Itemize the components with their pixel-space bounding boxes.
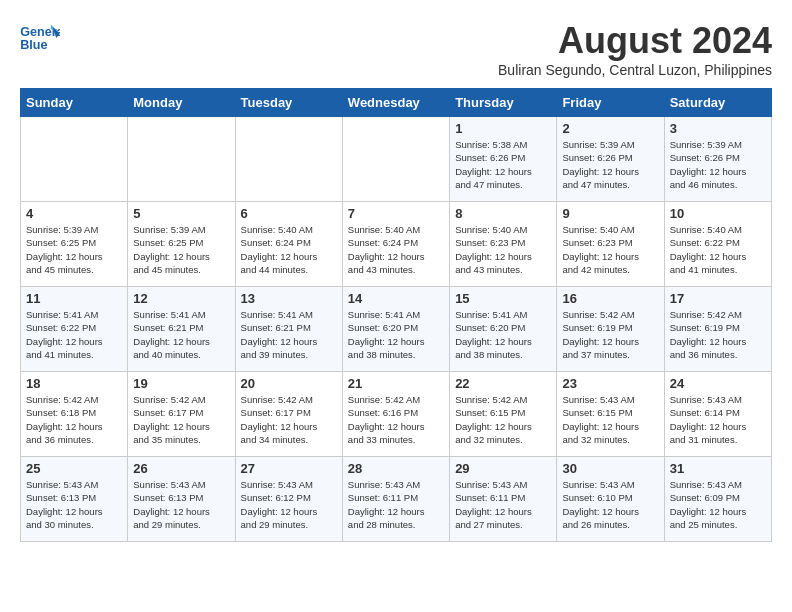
day-info: Sunrise: 5:40 AM Sunset: 6:24 PM Dayligh… (348, 223, 444, 276)
day-number: 2 (562, 121, 658, 136)
day-info: Sunrise: 5:43 AM Sunset: 6:12 PM Dayligh… (241, 478, 337, 531)
calendar-cell: 25Sunrise: 5:43 AM Sunset: 6:13 PM Dayli… (21, 457, 128, 542)
day-number: 17 (670, 291, 766, 306)
day-number: 24 (670, 376, 766, 391)
calendar-cell: 12Sunrise: 5:41 AM Sunset: 6:21 PM Dayli… (128, 287, 235, 372)
day-info: Sunrise: 5:42 AM Sunset: 6:18 PM Dayligh… (26, 393, 122, 446)
day-info: Sunrise: 5:42 AM Sunset: 6:17 PM Dayligh… (241, 393, 337, 446)
day-number: 5 (133, 206, 229, 221)
page-header: General Blue August 2024 Buliran Segundo… (20, 20, 772, 78)
header-thursday: Thursday (450, 89, 557, 117)
day-info: Sunrise: 5:41 AM Sunset: 6:22 PM Dayligh… (26, 308, 122, 361)
day-number: 25 (26, 461, 122, 476)
day-number: 29 (455, 461, 551, 476)
day-number: 22 (455, 376, 551, 391)
header-saturday: Saturday (664, 89, 771, 117)
day-number: 31 (670, 461, 766, 476)
day-info: Sunrise: 5:41 AM Sunset: 6:20 PM Dayligh… (455, 308, 551, 361)
day-number: 7 (348, 206, 444, 221)
calendar-cell: 5Sunrise: 5:39 AM Sunset: 6:25 PM Daylig… (128, 202, 235, 287)
calendar-cell: 2Sunrise: 5:39 AM Sunset: 6:26 PM Daylig… (557, 117, 664, 202)
day-info: Sunrise: 5:42 AM Sunset: 6:19 PM Dayligh… (562, 308, 658, 361)
calendar-cell (235, 117, 342, 202)
day-info: Sunrise: 5:43 AM Sunset: 6:11 PM Dayligh… (455, 478, 551, 531)
day-info: Sunrise: 5:43 AM Sunset: 6:09 PM Dayligh… (670, 478, 766, 531)
calendar-cell: 21Sunrise: 5:42 AM Sunset: 6:16 PM Dayli… (342, 372, 449, 457)
day-number: 28 (348, 461, 444, 476)
calendar-cell: 23Sunrise: 5:43 AM Sunset: 6:15 PM Dayli… (557, 372, 664, 457)
day-number: 4 (26, 206, 122, 221)
header-monday: Monday (128, 89, 235, 117)
header-wednesday: Wednesday (342, 89, 449, 117)
calendar-cell: 11Sunrise: 5:41 AM Sunset: 6:22 PM Dayli… (21, 287, 128, 372)
header-sunday: Sunday (21, 89, 128, 117)
calendar-cell: 15Sunrise: 5:41 AM Sunset: 6:20 PM Dayli… (450, 287, 557, 372)
calendar-table: SundayMondayTuesdayWednesdayThursdayFrid… (20, 88, 772, 542)
calendar-cell: 1Sunrise: 5:38 AM Sunset: 6:26 PM Daylig… (450, 117, 557, 202)
day-info: Sunrise: 5:43 AM Sunset: 6:13 PM Dayligh… (133, 478, 229, 531)
day-number: 20 (241, 376, 337, 391)
title-block: August 2024 Buliran Segundo, Central Luz… (498, 20, 772, 78)
calendar-cell: 28Sunrise: 5:43 AM Sunset: 6:11 PM Dayli… (342, 457, 449, 542)
calendar-cell: 26Sunrise: 5:43 AM Sunset: 6:13 PM Dayli… (128, 457, 235, 542)
calendar-cell: 4Sunrise: 5:39 AM Sunset: 6:25 PM Daylig… (21, 202, 128, 287)
week-row-1: 1Sunrise: 5:38 AM Sunset: 6:26 PM Daylig… (21, 117, 772, 202)
calendar-cell: 27Sunrise: 5:43 AM Sunset: 6:12 PM Dayli… (235, 457, 342, 542)
calendar-cell: 18Sunrise: 5:42 AM Sunset: 6:18 PM Dayli… (21, 372, 128, 457)
day-info: Sunrise: 5:43 AM Sunset: 6:15 PM Dayligh… (562, 393, 658, 446)
day-info: Sunrise: 5:40 AM Sunset: 6:24 PM Dayligh… (241, 223, 337, 276)
day-number: 27 (241, 461, 337, 476)
day-info: Sunrise: 5:43 AM Sunset: 6:10 PM Dayligh… (562, 478, 658, 531)
day-number: 1 (455, 121, 551, 136)
day-info: Sunrise: 5:40 AM Sunset: 6:23 PM Dayligh… (562, 223, 658, 276)
day-number: 13 (241, 291, 337, 306)
calendar-cell: 7Sunrise: 5:40 AM Sunset: 6:24 PM Daylig… (342, 202, 449, 287)
day-number: 18 (26, 376, 122, 391)
calendar-cell (128, 117, 235, 202)
week-row-2: 4Sunrise: 5:39 AM Sunset: 6:25 PM Daylig… (21, 202, 772, 287)
day-number: 19 (133, 376, 229, 391)
day-number: 12 (133, 291, 229, 306)
day-number: 26 (133, 461, 229, 476)
day-info: Sunrise: 5:39 AM Sunset: 6:26 PM Dayligh… (562, 138, 658, 191)
calendar-cell: 9Sunrise: 5:40 AM Sunset: 6:23 PM Daylig… (557, 202, 664, 287)
calendar-cell (21, 117, 128, 202)
calendar-cell: 13Sunrise: 5:41 AM Sunset: 6:21 PM Dayli… (235, 287, 342, 372)
calendar-cell: 19Sunrise: 5:42 AM Sunset: 6:17 PM Dayli… (128, 372, 235, 457)
calendar-header-row: SundayMondayTuesdayWednesdayThursdayFrid… (21, 89, 772, 117)
calendar-cell: 31Sunrise: 5:43 AM Sunset: 6:09 PM Dayli… (664, 457, 771, 542)
day-number: 8 (455, 206, 551, 221)
calendar-cell: 30Sunrise: 5:43 AM Sunset: 6:10 PM Dayli… (557, 457, 664, 542)
calendar-cell: 17Sunrise: 5:42 AM Sunset: 6:19 PM Dayli… (664, 287, 771, 372)
day-info: Sunrise: 5:41 AM Sunset: 6:21 PM Dayligh… (133, 308, 229, 361)
day-number: 16 (562, 291, 658, 306)
day-number: 6 (241, 206, 337, 221)
day-number: 21 (348, 376, 444, 391)
day-info: Sunrise: 5:38 AM Sunset: 6:26 PM Dayligh… (455, 138, 551, 191)
calendar-cell: 16Sunrise: 5:42 AM Sunset: 6:19 PM Dayli… (557, 287, 664, 372)
day-number: 23 (562, 376, 658, 391)
logo-icon: General Blue (20, 20, 60, 56)
day-info: Sunrise: 5:43 AM Sunset: 6:13 PM Dayligh… (26, 478, 122, 531)
calendar-cell: 6Sunrise: 5:40 AM Sunset: 6:24 PM Daylig… (235, 202, 342, 287)
day-number: 9 (562, 206, 658, 221)
svg-text:Blue: Blue (20, 38, 47, 52)
calendar-cell (342, 117, 449, 202)
header-tuesday: Tuesday (235, 89, 342, 117)
calendar-cell: 14Sunrise: 5:41 AM Sunset: 6:20 PM Dayli… (342, 287, 449, 372)
day-info: Sunrise: 5:39 AM Sunset: 6:26 PM Dayligh… (670, 138, 766, 191)
day-info: Sunrise: 5:39 AM Sunset: 6:25 PM Dayligh… (26, 223, 122, 276)
calendar-cell: 20Sunrise: 5:42 AM Sunset: 6:17 PM Dayli… (235, 372, 342, 457)
calendar-cell: 24Sunrise: 5:43 AM Sunset: 6:14 PM Dayli… (664, 372, 771, 457)
day-number: 14 (348, 291, 444, 306)
day-info: Sunrise: 5:41 AM Sunset: 6:21 PM Dayligh… (241, 308, 337, 361)
day-number: 30 (562, 461, 658, 476)
day-info: Sunrise: 5:43 AM Sunset: 6:14 PM Dayligh… (670, 393, 766, 446)
day-number: 15 (455, 291, 551, 306)
day-number: 11 (26, 291, 122, 306)
week-row-3: 11Sunrise: 5:41 AM Sunset: 6:22 PM Dayli… (21, 287, 772, 372)
day-info: Sunrise: 5:42 AM Sunset: 6:16 PM Dayligh… (348, 393, 444, 446)
week-row-4: 18Sunrise: 5:42 AM Sunset: 6:18 PM Dayli… (21, 372, 772, 457)
month-year: August 2024 (498, 20, 772, 62)
calendar-cell: 22Sunrise: 5:42 AM Sunset: 6:15 PM Dayli… (450, 372, 557, 457)
